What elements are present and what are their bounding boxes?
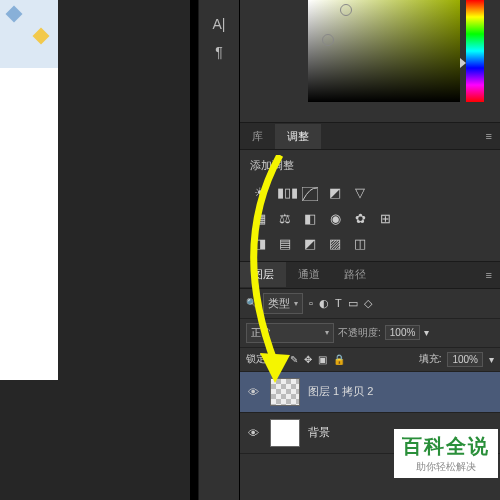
blend-mode-dropdown[interactable]: 正常▾ (246, 323, 334, 343)
layer-thumbnail[interactable] (270, 378, 300, 406)
filter-shape-icon[interactable]: ▭ (348, 297, 358, 310)
color-picker-panel (240, 0, 500, 123)
filter-icon[interactable]: 🔍 (246, 298, 257, 308)
layer-row-selected[interactable]: 👁 图层 1 拷贝 2 (240, 372, 500, 413)
filter-pixel-icon[interactable]: ▫ (309, 297, 313, 309)
layer-name[interactable]: 图层 1 拷贝 2 (308, 384, 492, 399)
svg-rect-0 (302, 187, 318, 201)
threshold-icon[interactable]: ◩ (302, 236, 318, 251)
tab-channels[interactable]: 通道 (286, 262, 332, 287)
canvas-image[interactable] (0, 0, 58, 68)
add-adjustment-label: 添加调整 (250, 158, 490, 173)
photofilter-icon[interactable]: ◉ (327, 211, 343, 226)
color-field[interactable] (308, 0, 460, 102)
canvas-document[interactable] (0, 60, 58, 380)
brightness-icon[interactable]: ☀ (252, 185, 268, 201)
huesaturation-icon[interactable]: ▦ (252, 211, 268, 226)
levels-icon[interactable]: ▮▯▮ (277, 185, 293, 201)
invert-icon[interactable]: ◨ (252, 236, 268, 251)
watermark: 百科全说 助你轻松解决 (394, 429, 498, 478)
fill-label: 填充: (419, 352, 442, 366)
curves-icon[interactable] (302, 185, 318, 201)
hue-slider[interactable] (466, 0, 484, 102)
panel-menu-icon[interactable]: ≡ (478, 269, 500, 281)
hue-slider-handle[interactable] (460, 58, 466, 68)
lock-artboard-icon[interactable]: ▣ (318, 354, 327, 365)
layer-kind-dropdown[interactable]: 类型▾ (263, 293, 303, 314)
color-sample-ring[interactable] (322, 34, 334, 46)
colorbalance-icon[interactable]: ⚖ (277, 211, 293, 226)
tab-adjustments[interactable]: 调整 (275, 124, 321, 149)
visibility-toggle-icon[interactable]: 👁 (248, 386, 262, 398)
tab-layers[interactable]: 图层 (240, 262, 286, 287)
text-tool-icon[interactable]: A| (199, 10, 239, 38)
vibrance-icon[interactable]: ▽ (352, 185, 368, 201)
layer-thumbnail[interactable] (270, 419, 300, 447)
watermark-subtitle: 助你轻松解决 (402, 460, 490, 474)
opacity-value[interactable]: 100% (385, 325, 421, 340)
opacity-label: 不透明度: (338, 326, 381, 340)
gradientmap-icon[interactable]: ▨ (327, 236, 343, 251)
filter-type-icon[interactable]: T (335, 297, 342, 309)
color-sample-ring[interactable] (340, 4, 352, 16)
lock-all-icon[interactable]: 🔒 (333, 354, 345, 365)
right-toolbar: A| ¶ (198, 0, 239, 500)
tab-paths[interactable]: 路径 (332, 262, 378, 287)
lock-position-icon[interactable]: ✥ (304, 354, 312, 365)
selectivecolor-icon[interactable]: ◫ (352, 236, 368, 251)
blackwhite-icon[interactable]: ◧ (302, 211, 318, 226)
filter-smart-icon[interactable]: ◇ (364, 297, 372, 310)
lock-label: 锁定: (246, 352, 269, 366)
panel-menu-icon[interactable]: ≡ (478, 130, 500, 142)
colorlookup-icon[interactable]: ⊞ (377, 211, 393, 226)
filter-adjust-icon[interactable]: ◐ (319, 297, 329, 310)
tab-library[interactable]: 库 (240, 124, 275, 149)
lock-pixels-icon[interactable]: ✎ (290, 354, 298, 365)
visibility-toggle-icon[interactable]: 👁 (248, 427, 262, 439)
lock-transparency-icon[interactable]: ▩ (275, 354, 284, 365)
exposure-icon[interactable]: ◩ (327, 185, 343, 201)
fill-value[interactable]: 100% (447, 352, 483, 367)
posterize-icon[interactable]: ▤ (277, 236, 293, 251)
paragraph-tool-icon[interactable]: ¶ (199, 38, 239, 66)
watermark-title: 百科全说 (402, 433, 490, 460)
channelmixer-icon[interactable]: ✿ (352, 211, 368, 226)
